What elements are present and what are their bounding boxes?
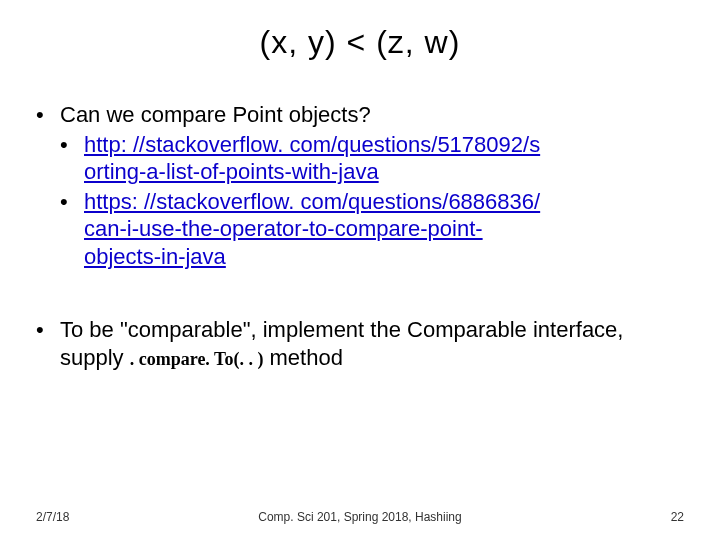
link-text: can-i-use-the-operator-to-compare-point- <box>84 216 483 241</box>
link-text: objects-in-java <box>84 244 226 269</box>
slide-title: (x, y) < (z, w) <box>36 24 684 61</box>
question-text: Can we compare Point objects? <box>60 102 371 127</box>
sub-bullet-list: http: //stackoverflow. com/questions/517… <box>60 131 684 271</box>
bullet-list: Can we compare Point objects? http: //st… <box>36 101 684 270</box>
footer-course: Comp. Sci 201, Spring 2018, Hashiing <box>0 510 720 524</box>
comparable-text: method <box>263 345 343 370</box>
link-text: http: //stackoverflow. com/questions/517… <box>84 132 540 157</box>
list-item: Can we compare Point objects? http: //st… <box>36 101 684 270</box>
list-item: https: //stackoverflow. com/questions/68… <box>60 188 684 271</box>
link-text: https: //stackoverflow. com/questions/68… <box>84 189 540 214</box>
method-name: . compare. To(. . ) <box>130 349 264 369</box>
stackoverflow-link[interactable]: http: //stackoverflow. com/questions/517… <box>84 132 540 185</box>
list-item: http: //stackoverflow. com/questions/517… <box>60 131 684 186</box>
stackoverflow-link[interactable]: https: //stackoverflow. com/questions/68… <box>84 189 540 269</box>
bullet-list: To be "comparable", implement the Compar… <box>36 316 684 371</box>
footer-page-number: 22 <box>671 510 684 524</box>
link-text: orting-a-list-of-points-with-java <box>84 159 379 184</box>
list-item: To be "comparable", implement the Compar… <box>36 316 684 371</box>
